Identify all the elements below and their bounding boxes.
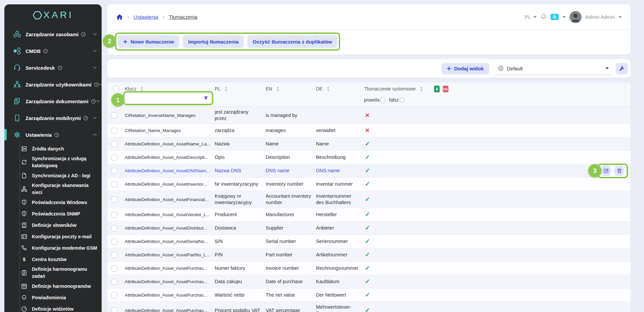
mobile-icon <box>13 114 21 122</box>
sidebar-subitem[interactable]: Definicje harmonogramów <box>4 280 102 292</box>
row-checkbox[interactable] <box>111 212 117 218</box>
table-row[interactable]: AttributeDefinition_Asset_AssetPartNo_L.… <box>107 248 631 262</box>
chevron-down-icon[interactable] <box>99 83 102 86</box>
sidebar-subitem[interactable]: Definicja harmonogramu zadań <box>4 265 102 280</box>
sidebar-item[interactable]: CMDB <box>4 43 102 59</box>
table-row[interactable]: AttributeDefinition_Asset_AssetFinancial… <box>107 191 631 208</box>
table-row[interactable]: AttributeDefinition_Asset_AssetDistribut… <box>107 222 631 235</box>
column-header-en[interactable]: EN ⋮ <box>264 86 315 91</box>
system-check-icon: ✓ <box>365 292 370 298</box>
table-row[interactable]: AttributeDefinition_Asset_AssetPurchas..… <box>107 262 631 275</box>
row-checkbox[interactable] <box>111 265 117 271</box>
sidebar-subitem[interactable]: $ Centra kosztów <box>4 254 102 265</box>
view-selector[interactable]: Default <box>496 63 611 75</box>
table-row[interactable]: AttributeDefinition_Asset_AssetPurchas..… <box>107 289 631 302</box>
table-row[interactable]: AttributeDefinition_Asset_AssetPurchas..… <box>107 302 631 312</box>
row-checkbox[interactable] <box>111 292 117 298</box>
add-view-button[interactable]: Dodaj widok <box>441 63 489 74</box>
sidebar-subitem[interactable]: Powiadomienia <box>4 292 102 303</box>
sidebar-item[interactable]: Zarządzanie dokumentami <box>4 93 102 110</box>
column-menu-icon[interactable]: ⋮ <box>275 86 280 91</box>
edit-button[interactable] <box>600 166 612 176</box>
sidebar-subitem[interactable]: Konfiguracja modemów GSM <box>4 242 102 254</box>
sidebar-subitem[interactable]: Konfiguracje skanowania sieci <box>4 181 102 197</box>
filter-funnel-icon[interactable] <box>204 96 208 101</box>
column-menu-icon[interactable]: ⋮ <box>140 86 144 91</box>
radio-falsz[interactable] <box>399 98 405 103</box>
sidebar-subitem[interactable]: Poświadczenia SNMP <box>4 208 102 220</box>
column-menu-icon[interactable]: ⋮ <box>224 86 228 91</box>
breadcrumb-link-ustawienia[interactable]: Ustawienia <box>133 14 158 20</box>
row-checkbox[interactable] <box>111 112 117 118</box>
sidebar-subitem[interactable]: Synchronizacja z usługą katalogową <box>4 154 102 170</box>
view-settings-button[interactable] <box>616 63 628 74</box>
column-menu-icon[interactable]: ⋮ <box>419 86 424 91</box>
column-header-de[interactable]: DE ⋮ <box>315 86 363 91</box>
cell-de: Kaufdatum <box>315 276 363 287</box>
column-header-pl[interactable]: PL ⋮ <box>213 86 264 91</box>
sidebar-subitem[interactable]: Definicje słowników <box>4 220 102 231</box>
sidebar-item[interactable]: Servicedesk <box>4 59 102 76</box>
sidebar-item[interactable]: Zarządzanie mobilnymi <box>4 110 102 126</box>
sidebar-subitem[interactable]: Źródła danych <box>4 143 102 154</box>
sidebar-subitem[interactable]: Konfiguracja poczty e-mail <box>4 231 102 242</box>
table-row[interactable]: AttributeDefinition_Asset_AssetInventor.… <box>107 178 631 191</box>
select-all-checkbox[interactable] <box>113 86 119 92</box>
row-checkbox[interactable] <box>111 168 117 174</box>
table-row[interactable]: AttributeDefinition_Asset_AssetDescripti… <box>107 151 631 164</box>
cell-systemowe: ✓ <box>363 236 457 247</box>
row-checkbox[interactable] <box>111 128 117 134</box>
chevron-down-icon[interactable] <box>93 33 97 36</box>
sidebar-item[interactable]: Ustawienia <box>4 126 102 143</box>
cell-en: Name <box>264 139 315 149</box>
row-checkbox[interactable] <box>111 225 117 231</box>
new-translation-button[interactable]: Nowe tłumaczenie <box>118 35 179 48</box>
cell-systemowe: ✓ <box>363 290 457 300</box>
cell-klucz: AttributeDefinition_Asset_AssetPurchas..… <box>123 276 213 287</box>
view-select-caret-icon[interactable] <box>605 67 609 69</box>
radio-prawda[interactable] <box>380 98 385 103</box>
column-header-klucz[interactable]: Klucz ⋮ <box>123 86 213 91</box>
row-checkbox[interactable] <box>111 279 117 285</box>
chevron-down-icon[interactable] <box>96 100 100 103</box>
row-checkbox[interactable] <box>111 154 117 161</box>
user-menu-caret-icon[interactable] <box>619 16 622 18</box>
table-row[interactable]: AttributeDefinition_Asset_AssetDNSNam...… <box>107 164 631 178</box>
sidebar-item[interactable]: Zarządzanie użytkownikami <box>4 76 102 93</box>
export-buttons: X PDF <box>433 85 449 93</box>
row-checkbox[interactable] <box>111 239 117 245</box>
table-row[interactable]: AttributeDefinition_Asset_AssetName_La..… <box>107 137 631 151</box>
import-translations-button[interactable]: Importuj tłumaczenia <box>183 35 244 48</box>
notifications-caret-icon[interactable] <box>562 16 566 18</box>
chevron-down-icon[interactable] <box>93 117 97 119</box>
notifications-bell-icon[interactable] <box>540 13 547 20</box>
sidebar-subitem[interactable]: Definicje widżetów <box>4 303 102 312</box>
breadcrumb-current-tlumaczenia[interactable]: Tłumaczenia <box>169 14 197 20</box>
sidebar-subitem[interactable]: Synchronizacja z AD - logi <box>4 170 102 181</box>
row-checkbox[interactable] <box>111 141 117 147</box>
chevron-down-icon[interactable] <box>93 50 97 52</box>
avatar[interactable] <box>570 11 582 23</box>
sidebar-subitem[interactable]: Poświadczenia Windows <box>4 197 102 208</box>
sidebar-item[interactable]: Zarządzanie zasobami <box>4 26 102 43</box>
row-checkbox[interactable] <box>111 252 117 258</box>
chevron-up-icon[interactable] <box>93 133 97 136</box>
chevron-down-icon[interactable] <box>93 66 97 69</box>
table-row[interactable]: AttributeDefinition_Asset_AssetVendor_L.… <box>107 208 631 222</box>
row-checkbox[interactable] <box>111 196 117 202</box>
table-row[interactable]: AttributeDefinition_Asset_AssetPurchas..… <box>107 275 631 289</box>
klucz-filter-input[interactable] <box>125 93 211 103</box>
row-checkbox[interactable] <box>111 307 117 312</box>
excel-export-icon[interactable]: X <box>433 85 440 93</box>
clean-duplicates-button[interactable]: Oczyść tłumaczenia z duplikatów <box>247 35 337 48</box>
language-selector[interactable]: PL <box>525 14 536 20</box>
table-row[interactable]: CIRelation_Name_Manages zarządza manages… <box>107 124 631 137</box>
pdf-export-icon[interactable]: PDF <box>442 85 449 93</box>
table-row[interactable]: CIRelation_InverseName_Manages jest zarz… <box>107 107 631 124</box>
home-icon[interactable] <box>116 14 123 20</box>
cell-klucz: AttributeDefinition_Asset_AssetPurchas..… <box>123 263 213 273</box>
table-row[interactable]: AttributeDefinition_Asset_AssetSerialNo.… <box>107 235 631 248</box>
row-checkbox[interactable] <box>111 181 117 187</box>
column-menu-icon[interactable]: ⋮ <box>326 86 330 91</box>
delete-button[interactable] <box>613 166 625 176</box>
